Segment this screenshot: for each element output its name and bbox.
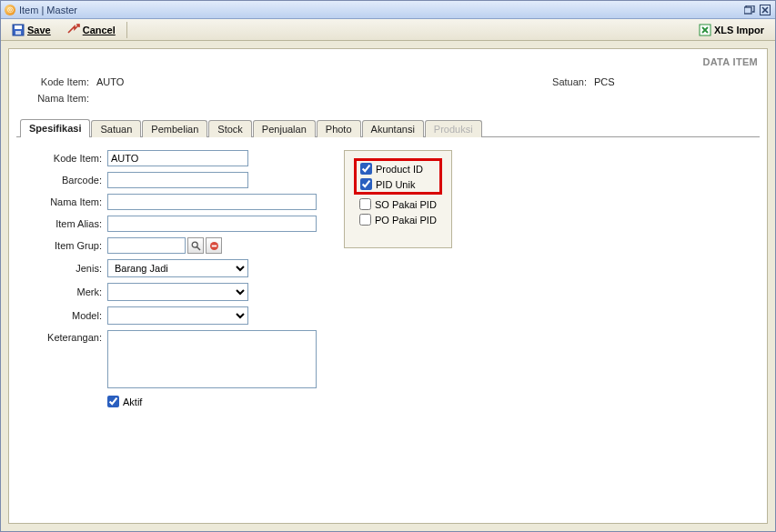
model-select[interactable] (107, 306, 248, 325)
highlight-box: Product ID PID Unik (354, 158, 442, 195)
svg-rect-0 (744, 7, 751, 14)
merk-select[interactable] (107, 283, 248, 301)
save-icon (12, 24, 25, 36)
toolbar-separator (126, 22, 127, 38)
item-grup-search-button[interactable] (187, 237, 204, 254)
maximize-icon[interactable] (743, 4, 756, 16)
svg-point-6 (192, 242, 197, 247)
product-id-checkbox[interactable] (360, 163, 372, 175)
svg-rect-3 (15, 25, 22, 29)
tab-bar: Spesifikasi Satuan Pembelian Stock Penju… (16, 118, 760, 137)
kode-item-label: Kode Item: (25, 153, 102, 164)
xls-import-button[interactable]: XLS Impor (693, 22, 770, 38)
content-panel: DATA ITEM Kode Item: AUTO Nama Item: Sat… (8, 48, 768, 524)
clear-icon (209, 241, 219, 251)
barcode-label: Barcode: (25, 175, 102, 186)
close-icon[interactable] (759, 4, 771, 16)
cancel-button[interactable]: Cancel (62, 22, 121, 38)
model-label: Model: (25, 310, 102, 321)
search-icon (191, 241, 201, 251)
barcode-input[interactable] (107, 172, 248, 188)
tab-satuan[interactable]: Satuan (91, 120, 141, 137)
cancel-label: Cancel (83, 25, 116, 35)
tab-penjualan[interactable]: Penjualan (253, 120, 316, 137)
tab-spesifikasi[interactable]: Spesifikasi (20, 119, 90, 137)
header-kode-item-label: Kode Item: (25, 76, 89, 87)
keterangan-label: Keterangan: (25, 330, 102, 343)
po-pakai-pid-checkbox[interactable] (359, 214, 371, 226)
item-grup-input[interactable] (107, 237, 186, 254)
save-label: Save (27, 25, 51, 35)
tab-akuntansi[interactable]: Akuntansi (362, 120, 424, 137)
tab-produksi: Produksi (425, 120, 482, 137)
so-pakai-pid-checkbox[interactable] (359, 198, 371, 210)
po-pakai-pid-label: PO Pakai PID (375, 215, 437, 226)
nama-item-label: Nama Item: (25, 196, 102, 207)
toolbar: Save Cancel XLS Impor (1, 19, 775, 41)
svg-rect-4 (15, 31, 21, 35)
jenis-label: Jenis: (25, 263, 102, 274)
titlebar: ◎ Item | Master (1, 1, 775, 19)
so-pakai-pid-label: SO Pakai PID (375, 199, 437, 210)
item-alias-label: Item Alias: (25, 218, 102, 229)
item-grup-label: Item Grup: (25, 240, 102, 251)
pid-options-box: Product ID PID Unik SO Pakai PID PO Paka… (344, 150, 452, 248)
tab-photo[interactable]: Photo (317, 120, 361, 137)
header-fields: Kode Item: AUTO Nama Item: Satuan: PCS (16, 73, 760, 115)
product-id-label: Product ID (376, 164, 423, 175)
excel-icon (699, 24, 711, 36)
header-kode-item-value: AUTO (96, 76, 124, 87)
header-satuan-value: PCS (594, 76, 615, 87)
item-grup-clear-button[interactable] (206, 237, 222, 254)
item-master-window: ◎ Item | Master Save Cancel XLS I (0, 0, 776, 532)
xls-import-label: XLS Impor (714, 25, 764, 35)
aktif-checkbox[interactable] (107, 396, 119, 407)
merk-label: Merk: (25, 286, 102, 297)
tab-stock[interactable]: Stock (208, 120, 252, 137)
save-button[interactable]: Save (6, 22, 56, 38)
spesifikasi-form: Kode Item: Barcode: Nama Item: Item Alia… (25, 150, 317, 407)
svg-rect-9 (211, 245, 216, 246)
app-icon: ◎ (5, 5, 15, 15)
item-alias-input[interactable] (107, 216, 317, 232)
header-nama-item-label: Nama Item: (25, 93, 89, 104)
keterangan-textarea[interactable] (107, 330, 317, 388)
svg-line-7 (197, 246, 200, 250)
window-title: Item | Master (19, 5, 741, 15)
tab-pane-spesifikasi: Kode Item: Barcode: Nama Item: Item Alia… (16, 137, 760, 516)
jenis-select[interactable]: Barang Jadi (107, 259, 248, 277)
pid-unik-checkbox[interactable] (360, 178, 372, 190)
kode-item-input[interactable] (107, 150, 248, 166)
section-title: DATA ITEM (16, 55, 760, 73)
header-satuan-label: Satuan: (541, 76, 587, 87)
tab-pembelian[interactable]: Pembelian (142, 120, 207, 137)
cancel-icon (67, 24, 80, 36)
pid-unik-label: PID Unik (376, 179, 415, 190)
nama-item-input[interactable] (107, 194, 317, 210)
aktif-label: Aktif (123, 396, 142, 407)
